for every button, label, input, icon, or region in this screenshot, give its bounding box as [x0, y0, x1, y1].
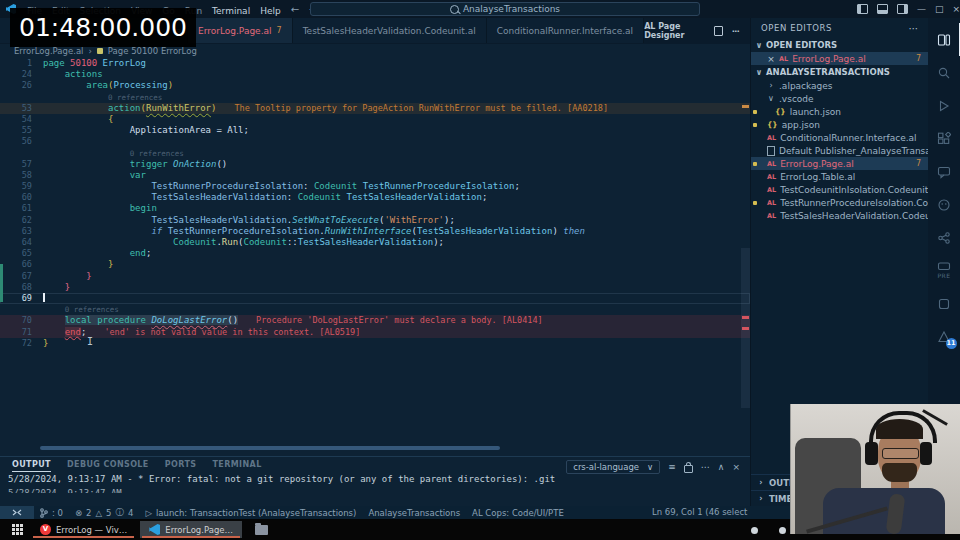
command-center-search[interactable]: AnalayseTransactions: [310, 2, 700, 16]
code-line[interactable]: 66 }: [0, 259, 750, 270]
breadcrumb-file[interactable]: ErrorLog.Page.al: [14, 46, 83, 56]
code-line[interactable]: 61 begin: [0, 203, 750, 214]
codelens-line[interactable]: 0 references: [0, 148, 750, 159]
panel-tab-debug-console[interactable]: DEBUG CONSOLE: [67, 460, 149, 472]
line-number: 55: [0, 125, 43, 136]
close-button[interactable]: ×: [952, 0, 960, 18]
toggle-sidebar-icon[interactable]: [857, 4, 868, 14]
breadcrumb-symbol[interactable]: Page 50100 ErrorLog: [108, 46, 197, 56]
search-icon[interactable]: [929, 56, 960, 89]
menu-help[interactable]: Help: [255, 6, 286, 16]
file-item-launch-json[interactable]: {}launch.json: [751, 105, 929, 118]
split-editor-icon[interactable]: [714, 26, 723, 36]
code-line[interactable]: 60 TestSalesHeaderValidation: Codeunit T…: [0, 192, 750, 203]
file-item-errorlog-page-al[interactable]: ALErrorLog.Page.al7: [751, 157, 929, 170]
minimize-button[interactable]: —: [917, 0, 926, 18]
codelens-references[interactable]: 0 references: [108, 93, 162, 102]
file-item-errorlog-table-al[interactable]: ALErrorLog.Table.al: [751, 170, 929, 183]
file-item-conditionalrunner-interface-al[interactable]: ALConditionalRunner.Interface.al: [751, 131, 929, 144]
chat-icon[interactable]: [929, 155, 960, 188]
maximize-panel-icon[interactable]: ∧: [718, 462, 725, 472]
toggle-panel-icon[interactable]: [877, 4, 888, 14]
pre-icon[interactable]: PRE: [929, 254, 960, 287]
code-line[interactable]: 59 TestRunnerProcedureIsolation: Codeuni…: [0, 181, 750, 192]
code-line[interactable]: 57 trigger OnAction(): [0, 159, 750, 170]
toggle-secondary-sidebar-icon[interactable]: [897, 4, 908, 14]
code-line[interactable]: 64 Codeunit.Run(Codeunit::TestSalesHeade…: [0, 237, 750, 248]
file-item-default-publisher-analaysetransac-[interactable]: Default Publisher_AnalayseTransac…: [751, 144, 929, 157]
tab-testsalesheadervalidation-codeunit-al[interactable]: TestSalesHeaderValidation.Codeunit.al: [293, 18, 487, 43]
box-icon[interactable]: [929, 287, 960, 320]
codelens-references[interactable]: 0 references: [65, 305, 119, 314]
code-line[interactable]: 63 if TestRunnerProcedureIsolation.RunWi…: [0, 226, 750, 237]
file-item-testrunnerprocedureisolation-code-[interactable]: ALTestRunnerProcedureIsolation.Code…: [751, 196, 929, 209]
code-line[interactable]: 55 ApplicationArea = All;: [0, 125, 750, 136]
taskbar-item-vscode[interactable]: ErrorLog.Page…: [140, 521, 242, 538]
code-line[interactable]: 26 area(Processing): [0, 80, 750, 91]
code-editor[interactable]: 1page 50100 ErrorLog24 actions26 area(Pr…: [0, 58, 750, 452]
code-line[interactable]: 54 {: [0, 114, 750, 125]
run-debug-icon[interactable]: [929, 89, 960, 122]
taskbar-item-vivaldi[interactable]: VErrorLog — Viv…: [31, 521, 136, 538]
remote-indicator[interactable]: [0, 506, 34, 519]
code-line[interactable]: 70 local procedure DoLogLastError()Proce…: [0, 315, 750, 326]
taskbar-item-files[interactable]: [246, 521, 277, 538]
code-line[interactable]: 68 }: [0, 282, 750, 293]
al-page-designer-button[interactable]: AL Page Designer: [644, 22, 705, 40]
code-line[interactable]: 67 }: [0, 271, 750, 282]
tray-icon[interactable]: [751, 527, 758, 534]
close-icon[interactable]: ×: [767, 54, 775, 64]
code-line[interactable]: 56: [0, 136, 750, 147]
more-actions-icon[interactable]: ⋯: [908, 23, 919, 34]
code-line[interactable]: 65 end;: [0, 248, 750, 259]
codelens-line[interactable]: 0 references: [0, 92, 750, 103]
code-line[interactable]: 62 TestSalesHeaderValidation.SetWhatToEx…: [0, 215, 750, 226]
al-cops-status[interactable]: AL Cops: Code/UI/PTE: [466, 506, 570, 519]
clear-output-icon[interactable]: ≡: [668, 462, 676, 472]
cursor-position-status[interactable]: Ln 69, Col 1 (46 select: [652, 506, 747, 519]
more-actions-icon[interactable]: ⋯: [732, 27, 740, 36]
horizontal-scrollbar[interactable]: [40, 446, 500, 450]
feedback-icon[interactable]: [929, 188, 960, 221]
tab-conditionalrunner-interface-al[interactable]: ConditionalRunner.Interface.al: [487, 18, 644, 43]
explorer-icon[interactable]: [928, 23, 960, 56]
code-line[interactable]: 1page 50100 ErrorLog: [0, 58, 750, 69]
file-item-testcodeunitinisolation-codeunit-[interactable]: ALTestCodeunitInIsolation.Codeunit.…: [751, 183, 929, 196]
code-line[interactable]: 72}: [0, 338, 750, 349]
tray-icon[interactable]: [779, 527, 786, 534]
tab-errorlog-page-al[interactable]: ErrorLog.Page.al7: [188, 18, 293, 43]
file-item--vscode[interactable]: ∨.vscode: [751, 92, 929, 105]
back-icon[interactable]: ←: [286, 4, 304, 15]
file-item-testsalesheadervalidation-codeuni-[interactable]: ALTestSalesHeaderValidation.Codeuni…: [751, 209, 929, 222]
problems-status[interactable]: ⊗ 2 △ 5 ⓘ 4: [69, 506, 139, 519]
menu-terminal[interactable]: Terminal: [207, 6, 255, 16]
section-header-open-editors[interactable]: ∨OPEN EDITORS: [751, 38, 929, 52]
file-item-app-json[interactable]: {}app.json: [751, 118, 929, 131]
webcam-overlay: [790, 404, 960, 534]
lock-scroll-icon[interactable]: [684, 465, 693, 473]
project-status[interactable]: AnalayseTransactions: [362, 506, 466, 519]
close-panel-icon[interactable]: ×: [732, 462, 740, 472]
launch-config-status[interactable]: ▷ launch: TransactionTest (AnalayseTrans…: [139, 506, 362, 519]
code-line[interactable]: 58 var: [0, 170, 750, 181]
start-menu-icon[interactable]: [12, 524, 23, 535]
codelens-references[interactable]: 0 references: [130, 149, 184, 158]
file-item-errorlog-page-al[interactable]: ×ALErrorLog.Page.al7: [751, 52, 929, 65]
al-extension-icon[interactable]: 11: [929, 320, 960, 353]
git-branch-status[interactable]: : 0: [34, 506, 69, 519]
code-line[interactable]: 71 end;'end' is not valid value in this …: [0, 327, 750, 338]
output-channel-dropdown[interactable]: crs-al-language ∨: [566, 460, 660, 474]
panel-tab-output[interactable]: OUTPUT: [12, 460, 51, 472]
section-header-analaysetransactions[interactable]: ∨ANALAYSETRANSACTIONS: [751, 65, 929, 79]
panel-tab-terminal[interactable]: TERMINAL: [212, 460, 261, 472]
code-line[interactable]: 69: [0, 293, 750, 304]
code-line[interactable]: 24 actions: [0, 69, 750, 80]
restore-button[interactable]: □: [935, 0, 944, 18]
panel-tab-ports[interactable]: PORTS: [165, 460, 197, 472]
file-item--alpackages[interactable]: ›.alpackages: [751, 79, 929, 92]
codelens-line[interactable]: 0 references: [0, 304, 750, 315]
extensions-icon[interactable]: [929, 122, 960, 155]
more-actions-icon[interactable]: ⋯: [701, 462, 710, 472]
code-line[interactable]: 53 action(RunWithError)The Tooltip prope…: [0, 103, 750, 114]
share-icon[interactable]: [929, 221, 960, 254]
